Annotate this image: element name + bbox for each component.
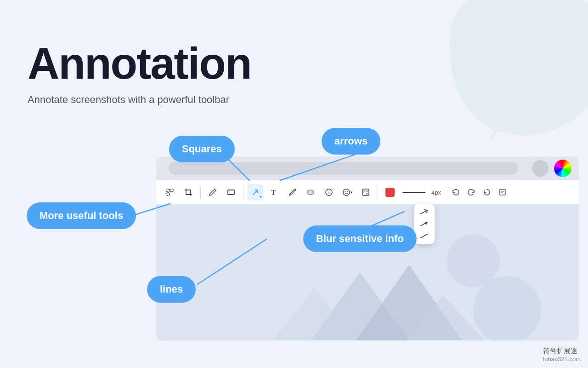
svg-point-17 <box>345 191 345 192</box>
svg-rect-7 <box>170 189 173 192</box>
tool-rectangle[interactable] <box>223 184 239 201</box>
tool-blur[interactable] <box>357 184 374 201</box>
app-icon <box>554 160 571 177</box>
arrow-style-1[interactable] <box>418 207 431 217</box>
screenshot-body <box>156 204 579 340</box>
watermark: 符号扩展迷 fuhao321.com <box>543 347 581 362</box>
url-bar <box>169 162 518 175</box>
svg-point-13 <box>307 190 314 195</box>
svg-rect-9 <box>228 190 234 195</box>
svg-text:T: T <box>271 189 276 196</box>
toolbar-separator-4 <box>445 186 445 199</box>
redo-button[interactable] <box>464 185 478 199</box>
svg-point-31 <box>447 235 500 288</box>
svg-rect-6 <box>167 189 170 192</box>
toolbar-separator-2 <box>243 186 243 199</box>
toolbar-separator-3 <box>378 186 378 199</box>
svg-point-16 <box>343 189 350 196</box>
svg-line-26 <box>421 234 427 238</box>
arrow-style-3[interactable] <box>418 231 431 241</box>
tool-crop[interactable] <box>180 184 197 201</box>
stroke-size-label: 4px <box>431 189 441 196</box>
tool-shape-oval[interactable] <box>302 184 319 201</box>
tool-stroke-size[interactable] <box>400 184 428 201</box>
tool-eyedropper[interactable] <box>284 184 300 201</box>
page-title: Annotation <box>28 41 251 86</box>
arrow-dropdown-menu[interactable] <box>414 204 435 244</box>
svg-rect-21 <box>499 190 506 195</box>
tool-emoji[interactable]: ▾ <box>339 184 356 201</box>
tool-info[interactable]: i <box>321 184 337 201</box>
more-options-button[interactable] <box>496 185 509 199</box>
callout-squares: Squares <box>169 136 235 162</box>
callout-more-tools: More useful tools <box>27 202 136 229</box>
svg-point-18 <box>347 191 348 192</box>
tool-text[interactable]: T <box>266 184 282 201</box>
callout-blur: Blur sensitive info <box>303 225 417 252</box>
callout-lines: lines <box>147 276 196 303</box>
watermark-line1: 符号扩展迷 <box>543 347 581 356</box>
svg-text:i: i <box>328 190 330 195</box>
browser-icon <box>532 160 548 177</box>
tool-pen[interactable] <box>204 184 221 201</box>
undo-button[interactable] <box>449 185 463 199</box>
svg-line-24 <box>421 210 427 214</box>
stroke-line-indicator <box>402 192 425 193</box>
refresh-button[interactable] <box>480 185 494 199</box>
color-swatch-red <box>385 188 395 197</box>
svg-point-32 <box>473 276 541 340</box>
svg-rect-8 <box>167 193 170 196</box>
svg-point-20 <box>367 193 369 196</box>
callout-arrows: arrows <box>322 128 380 155</box>
tool-color[interactable] <box>382 184 398 201</box>
watermark-line2: fuhao321.com <box>543 356 581 362</box>
tool-selection[interactable] <box>162 184 178 201</box>
arrow-style-2[interactable] <box>418 219 431 229</box>
annotation-toolbar: ▼ T <box>156 180 579 204</box>
mountains-illustration <box>156 204 579 340</box>
svg-point-12 <box>289 194 290 195</box>
svg-line-10 <box>253 190 258 195</box>
tool-arrow[interactable]: ▼ <box>247 184 264 201</box>
toolbar-separator-1 <box>200 186 201 199</box>
page-subtitle: Annotate screenshots with a powerful too… <box>28 94 251 106</box>
